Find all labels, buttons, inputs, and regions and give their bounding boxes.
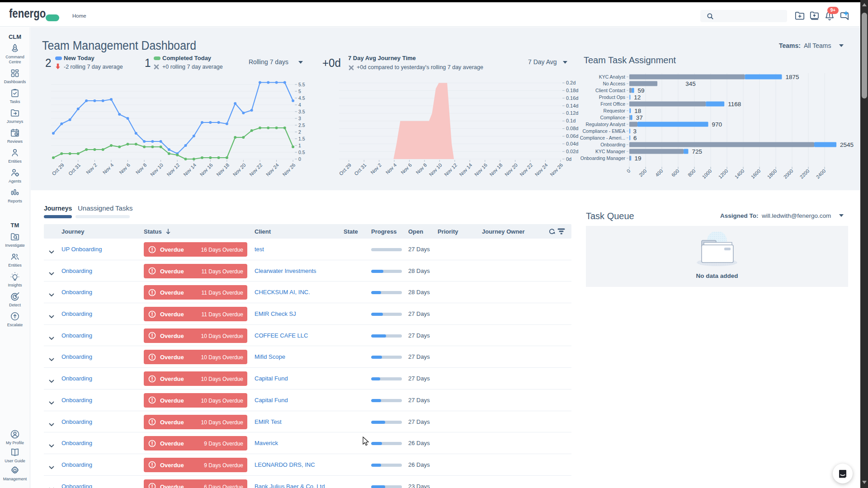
svg-text:0.08d: 0.08d [566, 126, 579, 131]
svg-text:200: 200 [638, 168, 647, 178]
svg-text:345: 345 [685, 80, 696, 87]
svg-text:Nov 14: Nov 14 [182, 162, 197, 177]
svg-text:1800: 1800 [766, 168, 778, 180]
svg-text:800: 800 [687, 168, 696, 178]
svg-text:Nov 8: Nov 8 [415, 162, 428, 175]
svg-text:Nov 20: Nov 20 [232, 162, 247, 177]
svg-text:0: 0 [626, 168, 632, 174]
svg-text:Nov 26: Nov 26 [281, 162, 296, 177]
svg-text:Nov 6: Nov 6 [400, 162, 413, 175]
svg-text:Nov 2: Nov 2 [85, 162, 98, 175]
svg-text:Requestor: Requestor [604, 108, 626, 113]
svg-text:1600: 1600 [750, 168, 762, 180]
svg-text:1.5: 1.5 [298, 136, 305, 141]
svg-text:Nov 26: Nov 26 [549, 162, 564, 177]
svg-text:Compliance - EMEA: Compliance - EMEA [582, 128, 625, 134]
svg-text:970: 970 [712, 121, 722, 128]
svg-text:2000: 2000 [783, 168, 794, 180]
svg-text:3.5: 3.5 [298, 109, 305, 114]
svg-text:0.14d: 0.14d [566, 103, 579, 108]
svg-text:Nov 20: Nov 20 [504, 162, 519, 177]
svg-text:3: 3 [298, 116, 301, 121]
svg-text:Nov 16: Nov 16 [473, 162, 488, 177]
svg-text:Oct 29: Oct 29 [338, 162, 352, 176]
svg-text:0d: 0d [566, 156, 571, 162]
svg-text:Onboarding: Onboarding [600, 142, 625, 147]
svg-text:Compliance: Compliance [600, 115, 626, 120]
svg-text:59: 59 [638, 87, 645, 94]
svg-text:KYC Analyst: KYC Analyst [599, 74, 625, 80]
svg-text:Onboarding Manager: Onboarding Manager [580, 155, 626, 161]
svg-text:No Access: No Access [603, 81, 625, 86]
svg-text:0.1d: 0.1d [566, 118, 576, 123]
svg-text:4.5: 4.5 [298, 95, 305, 101]
svg-text:3: 3 [633, 128, 637, 135]
svg-text:Nov 16: Nov 16 [199, 162, 214, 177]
svg-text:0.18d: 0.18d [566, 88, 579, 93]
svg-text:Oct 29: Oct 29 [51, 162, 65, 176]
svg-text:0.04d: 0.04d [566, 141, 579, 146]
svg-text:Nov 10: Nov 10 [149, 162, 164, 177]
svg-text:1168: 1168 [728, 101, 741, 108]
svg-text:1: 1 [298, 143, 301, 148]
svg-text:Nov 24: Nov 24 [534, 162, 549, 177]
svg-text:37: 37 [636, 114, 643, 121]
svg-text:Nov 22: Nov 22 [248, 162, 263, 177]
svg-text:Nov 6: Nov 6 [118, 162, 131, 175]
svg-text:19: 19 [634, 155, 641, 162]
svg-text:Nov 24: Nov 24 [265, 162, 280, 177]
svg-text:0.12d: 0.12d [566, 110, 579, 116]
svg-text:Oct 31: Oct 31 [353, 162, 367, 176]
svg-text:Front Office: Front Office [600, 101, 625, 107]
svg-text:2.5: 2.5 [298, 122, 305, 128]
svg-text:1875: 1875 [786, 74, 799, 80]
svg-text:4: 4 [298, 102, 301, 108]
svg-text:5: 5 [298, 89, 301, 94]
svg-text:0.16d: 0.16d [566, 95, 579, 101]
svg-text:1000: 1000 [701, 168, 713, 180]
svg-text:Nov 4: Nov 4 [385, 162, 398, 175]
svg-text:Nov 18: Nov 18 [215, 162, 230, 177]
svg-text:Product Ops: Product Ops [599, 94, 625, 100]
svg-text:1200: 1200 [717, 168, 729, 180]
svg-text:Nov 12: Nov 12 [165, 162, 180, 177]
svg-text:18: 18 [634, 108, 641, 114]
svg-text:0.2d: 0.2d [566, 80, 576, 85]
svg-text:600: 600 [670, 168, 680, 178]
svg-text:Nov 4: Nov 4 [102, 162, 115, 175]
svg-text:6: 6 [633, 135, 637, 141]
svg-text:0.02d: 0.02d [566, 149, 579, 154]
svg-text:0.06d: 0.06d [566, 133, 579, 139]
svg-text:KYC Manager: KYC Manager [595, 149, 625, 154]
svg-text:1400: 1400 [734, 168, 745, 180]
svg-text:Nov 12: Nov 12 [443, 162, 458, 177]
svg-text:Client Contact: Client Contact [595, 88, 625, 93]
svg-text:12: 12 [634, 94, 641, 101]
svg-text:Nov 8: Nov 8 [135, 162, 148, 175]
svg-text:Regulatory Analyst: Regulatory Analyst [585, 122, 625, 127]
svg-text:0: 0 [298, 156, 301, 162]
svg-text:Nov 2: Nov 2 [369, 162, 382, 175]
svg-text:Nov 10: Nov 10 [428, 162, 443, 177]
svg-text:2400: 2400 [815, 168, 827, 180]
svg-text:400: 400 [654, 168, 664, 178]
svg-text:2: 2 [298, 129, 301, 135]
svg-text:Nov 22: Nov 22 [519, 162, 533, 177]
svg-text:0.5: 0.5 [298, 150, 305, 155]
svg-text:725: 725 [692, 148, 703, 155]
svg-text:2200: 2200 [799, 168, 811, 180]
svg-text:Nov 18: Nov 18 [488, 162, 503, 177]
svg-text:Compliance - Ameri...: Compliance - Ameri... [580, 135, 625, 141]
svg-text:2545: 2545 [840, 141, 854, 148]
svg-text:Nov 14: Nov 14 [458, 162, 473, 177]
svg-text:5.5: 5.5 [298, 82, 305, 87]
svg-text:Oct 31: Oct 31 [67, 162, 81, 176]
